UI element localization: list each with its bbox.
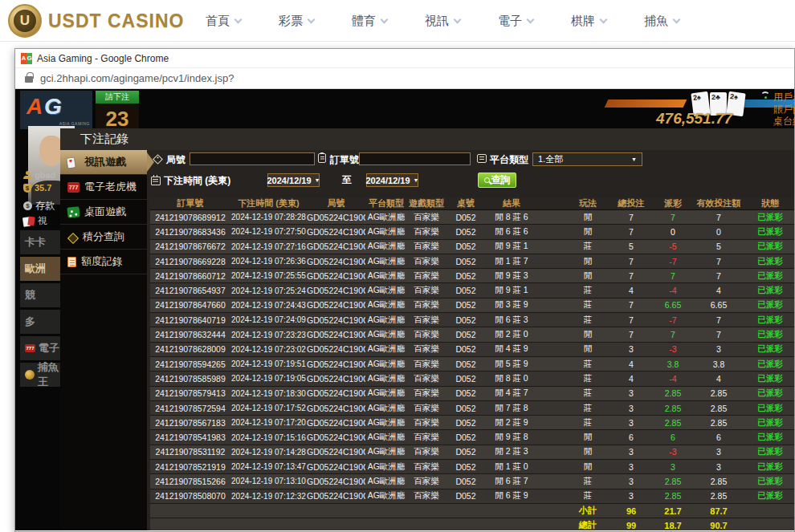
lobby-item[interactable]: 捕魚王 [20,363,63,387]
bet-timer: 請下注 23 [96,91,139,134]
lobby-item[interactable]: 競 [20,283,63,307]
brand-title: USDT CASINO [48,10,184,32]
table-row: 2412190786607122024-12-19 07:25:55GD0522… [150,269,794,283]
cell-platform: AG歐洲廳 [365,417,407,428]
cell-order: 241219078572594 [150,404,230,413]
nav-item-捕魚[interactable]: 捕魚 [644,14,679,29]
table-row: 2412190785794132024-12-19 07:18:30GD0522… [150,387,794,401]
table-row: 2412190786280092024-12-19 07:23:02GD0522… [150,343,794,357]
deposit-button[interactable]: $ 存款 [23,199,55,213]
cell-table: D052 [446,462,486,472]
person-icon [23,171,31,179]
platform-select[interactable]: 1.全部 ▼ [532,152,642,166]
cell-status: 已派彩 [746,359,794,370]
info-label: 賬戶餘額 [773,104,794,116]
lobby-item-label: 多 [25,315,35,329]
date-from-select[interactable]: 2024/12/19 ▼ [267,173,320,187]
sidebar-item-積分查詢[interactable]: 積分查詢 [60,225,147,250]
cell-platform: AG歐洲廳 [365,432,407,443]
sidebar-item-視訊遊戲[interactable]: 視訊遊戲 [60,150,147,175]
cell-status: 已派彩 [746,212,794,223]
sidebar-item-label: 視訊遊戲 [84,155,126,169]
sidebar-item-label: 桌面遊戲 [84,205,126,219]
cell-status: 已派彩 [746,403,794,414]
cell-valid: 5 [691,242,746,251]
wifi-icon [760,91,770,99]
cell-payout: 7 [654,271,691,281]
cell-platform: AG歐洲廳 [365,476,407,487]
cell-play: 莊 [568,490,608,502]
url-bar[interactable]: gci.2hhapi.com/agingame/pcv1/index.jsp? [15,67,794,89]
nav-item-label: 視訊 [425,14,449,29]
sidebar-item-額度記錄[interactable]: 額度記錄 [60,250,147,274]
cell-play: 閒 [568,432,608,443]
cell-round: GD05224C190QB [307,418,365,428]
cell-valid: 3 [691,462,746,472]
cards-icon [67,157,80,168]
nav-item-視訊[interactable]: 視訊 [425,14,460,29]
nav-item-體育[interactable]: 體育 [352,14,387,29]
main-nav: 首頁彩票體育視訊電子棋牌捕魚 [206,0,679,42]
cell-result: 閒 9 莊 3 [486,270,537,282]
cell-bet: 3 [608,344,654,354]
cell-valid: 2.85 [691,477,746,486]
cell-valid: 2.85 [691,418,746,428]
modal-content: 局號 訂單號 平台類型 1.全部 ▼ 下注時間 (美東) 2024/ [147,150,794,530]
nav-item-彩票[interactable]: 彩票 [279,14,314,29]
round-input[interactable] [190,152,315,165]
cell-play: 閒 [568,270,608,282]
video-tab[interactable]: 視 [23,214,47,228]
cell-game: 百家樂 [407,403,446,414]
lobby-item[interactable]: 卡卡 [20,230,63,254]
cell-result: 閒 9 莊 8 [486,432,537,443]
summary-payout: 21.7 [654,506,691,516]
lobby-item[interactable]: 777電子 [20,336,63,360]
chrome-window: A G Asia Gaming - Google Chrome gci.2hha… [14,48,795,532]
nav-item-首頁[interactable]: 首頁 [206,14,241,29]
table-row: 2412190786766722024-12-19 07:27:16GD0522… [150,240,794,254]
sidebar-item-電子老虎機[interactable]: 電子老虎機 [60,175,147,200]
cell-game: 百家樂 [407,373,446,384]
cell-game: 百家樂 [407,432,446,443]
cell-table: D052 [446,300,486,310]
cell-result: 閒 9 莊 1 [486,285,537,296]
cell-status: 已派彩 [746,299,794,311]
cell-platform: AG歐洲廳 [365,461,407,473]
cell-game: 百家樂 [407,299,446,311]
modal-sidebar: 視訊遊戲電子老虎機桌面遊戲積分查詢額度記錄 [60,150,147,530]
date-to-select[interactable]: 2024/12/19 ▼ [366,173,418,187]
gem-icon [67,232,78,242]
cell-platform: AG歐洲廳 [365,299,407,311]
sidebar-item-label: 積分查詢 [83,229,124,244]
site-header: U USDT CASINO 首頁彩票體育視訊電子棋牌捕魚 [0,0,795,42]
summary-bet: 99 [608,521,654,530]
order-input[interactable] [359,152,471,165]
cell-payout: 2.85 [654,404,691,413]
nav-item-棋牌[interactable]: 棋牌 [571,14,606,29]
order-label: 訂單號 [330,153,359,167]
nav-item-電子[interactable]: 電子 [498,14,533,29]
lobby-item-label: 電子 [39,341,59,355]
cell-payout: 2.85 [654,388,691,398]
cell-round: GD05224C190QN [307,300,365,310]
site-logo[interactable]: U [8,4,42,38]
cell-table: D052 [446,404,486,413]
search-button[interactable]: 查詢 [478,173,516,188]
cell-platform: AG歐洲廳 [365,359,407,370]
cell-table: D052 [446,477,486,486]
cell-bet: 7 [608,257,654,266]
cell-round: GD05224C190QC [307,404,365,413]
cell-time: 2024-12-19 07:25:55 [230,271,307,280]
sidebar-item-桌面遊戲[interactable]: 桌面遊戲 [60,200,147,225]
cell-game: 百家樂 [407,388,446,399]
cell-table: D052 [446,271,486,281]
asia-gaming-favicon: A G [21,53,32,64]
cell-bet: 3 [608,388,654,398]
cell-valid: 3.8 [691,359,746,369]
column-header: 局號 [307,197,365,209]
lobby-item[interactable]: 多 [20,310,63,334]
balance-row: $ 35.7 [23,183,51,193]
lobby-item[interactable]: 歐洲 [20,257,63,281]
cell-result: 閒 9 莊 1 [486,241,537,252]
column-header: 派彩 [654,197,691,209]
